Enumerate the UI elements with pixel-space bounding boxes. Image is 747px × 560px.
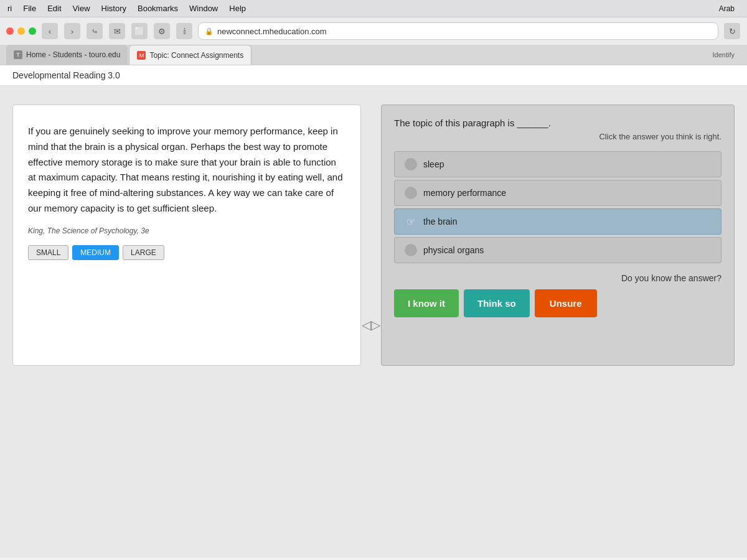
browser-chrome: ‹ › ⤷ ✉ ⬜ ⚙ 𝕚 🔒 newconnect.mheducation.c… <box>0 17 747 65</box>
view-button[interactable]: ⬜ <box>131 23 148 39</box>
menu-item-history[interactable]: History <box>101 4 126 13</box>
text-size-controls: SMALL MEDIUM LARGE <box>28 245 345 260</box>
instruction-text: Click the answer you think is right. <box>394 132 721 141</box>
menu-item-edit[interactable]: Edit <box>47 4 61 13</box>
menu-item-window[interactable]: Window <box>189 4 218 13</box>
option-physical-icon <box>405 244 417 256</box>
answer-buttons: I know it Think so Unsure <box>394 289 721 317</box>
tab-topic[interactable]: M Topic: Connect Assignments <box>129 45 251 65</box>
know-it-button[interactable]: I know it <box>394 289 459 317</box>
option-brain-icon: ☞ <box>405 215 417 228</box>
divider-handle[interactable]: ◁▷ <box>361 317 381 332</box>
menu-item-file[interactable]: File <box>23 4 36 13</box>
settings-button[interactable]: ⚙ <box>154 23 170 39</box>
size-large-button[interactable]: LARGE <box>123 245 164 260</box>
option-sleep-icon <box>405 158 417 170</box>
back-button[interactable]: ‹ <box>42 23 58 39</box>
option-memory-icon <box>405 187 417 199</box>
option-sleep[interactable]: sleep <box>394 151 721 177</box>
answer-options: sleep memory performance ☞ the brain <box>394 151 721 263</box>
citation: King, The Science of Psychology, 3e <box>28 226 345 235</box>
option-sleep-label: sleep <box>423 159 444 169</box>
address-bar[interactable]: 🔒 newconnect.mheducation.com <box>198 22 718 40</box>
right-panel: The topic of this paragraph is ______. C… <box>381 105 735 366</box>
unsure-button[interactable]: Unsure <box>535 289 597 317</box>
page-inner: Developmental Reading 3.0 If you are gen… <box>0 65 747 558</box>
os-menubar: ri File Edit View History Bookmarks Wind… <box>0 0 747 17</box>
menu-item-help[interactable]: Help <box>229 4 246 13</box>
option-physical-label: physical organs <box>423 245 484 255</box>
tab-home-label: Home - Students - touro.edu <box>26 50 120 59</box>
refresh-button[interactable]: ↻ <box>724 23 740 39</box>
bookmarks-button[interactable]: ⤷ <box>87 23 103 39</box>
info-button[interactable]: 𝕚 <box>176 23 192 39</box>
arab-label: Arab <box>714 3 740 14</box>
menu-item-ri[interactable]: ri <box>7 4 12 13</box>
passage-text: If you are genuinely seeking to improve … <box>28 124 345 217</box>
traffic-light-green[interactable] <box>29 27 36 35</box>
left-panel: If you are genuinely seeking to improve … <box>12 105 361 366</box>
size-small-button[interactable]: SMALL <box>28 245 68 260</box>
tabs-bar: T Home - Students - touro.edu M Topic: C… <box>0 45 747 65</box>
option-brain-label: the brain <box>423 217 457 226</box>
option-memory-label: memory performance <box>423 188 506 198</box>
lock-icon: 🔒 <box>205 27 214 35</box>
do-you-know-text: Do you know the answer? <box>394 273 721 283</box>
tab-home[interactable]: T Home - Students - touro.edu <box>6 45 128 65</box>
think-so-button[interactable]: Think so <box>464 289 530 317</box>
tab-right-label: Identify <box>707 45 741 65</box>
traffic-light-red[interactable] <box>6 27 14 35</box>
option-the-brain[interactable]: ☞ the brain <box>394 208 721 235</box>
tab-topic-label: Topic: Connect Assignments <box>149 51 243 60</box>
tab-favicon-topic: M <box>137 51 146 60</box>
forward-button[interactable]: › <box>64 23 80 39</box>
divider-symbol: ◁▷ <box>362 317 380 332</box>
address-text: newconnect.mheducation.com <box>217 27 327 36</box>
menu-item-bookmarks[interactable]: Bookmarks <box>138 4 178 13</box>
traffic-light-yellow[interactable] <box>17 27 25 35</box>
mail-button[interactable]: ✉ <box>109 23 125 39</box>
option-physical-organs[interactable]: physical organs <box>394 237 721 263</box>
traffic-lights <box>6 27 36 35</box>
app-title: Developmental Reading 3.0 <box>12 70 120 80</box>
app-header: Developmental Reading 3.0 <box>0 65 747 86</box>
question-text: The topic of this paragraph is ______. <box>394 118 721 128</box>
option-memory-performance[interactable]: memory performance <box>394 180 721 206</box>
browser-toolbar: ‹ › ⤷ ✉ ⬜ ⚙ 𝕚 🔒 newconnect.mheducation.c… <box>0 17 747 45</box>
page-content: Developmental Reading 3.0 If you are gen… <box>0 65 747 560</box>
tab-favicon-home: T <box>14 50 22 59</box>
size-medium-button[interactable]: MEDIUM <box>72 245 119 260</box>
menu-item-view[interactable]: View <box>73 4 90 13</box>
main-area: If you are genuinely seeking to improve … <box>0 86 747 558</box>
